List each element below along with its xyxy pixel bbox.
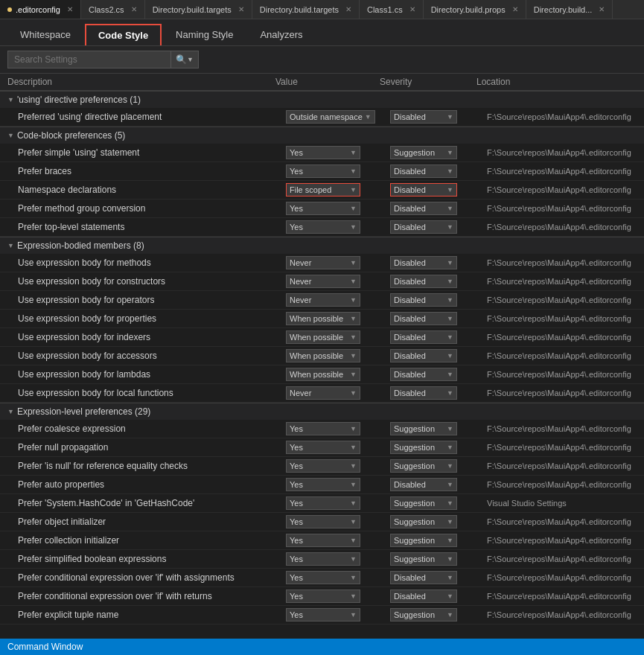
value-dropdown[interactable]: Yes ▼ [286, 422, 360, 435]
row-severity-cell[interactable]: Disabled ▼ [390, 293, 487, 307]
row-value-cell[interactable]: Yes ▼ [286, 534, 390, 547]
severity-dropdown[interactable]: Disabled ▼ [390, 220, 457, 234]
value-dropdown[interactable]: Yes ▼ [286, 496, 360, 510]
severity-dropdown[interactable]: Disabled ▼ [390, 202, 457, 215]
value-dropdown[interactable]: Yes ▼ [286, 478, 360, 491]
severity-dropdown[interactable]: Suggestion ▼ [390, 146, 457, 159]
value-dropdown[interactable]: Never ▼ [286, 386, 360, 400]
row-severity-cell[interactable]: Disabled ▼ [390, 256, 487, 269]
row-value-cell[interactable]: Never ▼ [286, 275, 390, 288]
row-value-cell[interactable]: When possible ▼ [286, 312, 390, 325]
value-dropdown[interactable]: Yes ▼ [286, 608, 360, 622]
severity-dropdown[interactable]: Disabled ▼ [390, 368, 457, 381]
value-dropdown[interactable]: When possible ▼ [286, 368, 360, 381]
row-value-cell[interactable]: Yes ▼ [286, 552, 390, 566]
close-icon[interactable]: ✕ [599, 5, 605, 13]
severity-dropdown[interactable]: Suggestion ▼ [390, 496, 457, 510]
row-severity-cell[interactable]: Suggestion ▼ [390, 459, 487, 473]
section-header-1[interactable]: ▼ Code-block preferences (5) [0, 127, 644, 144]
close-icon[interactable]: ✕ [67, 5, 73, 13]
severity-dropdown[interactable]: Suggestion ▼ [390, 441, 457, 454]
section-header-0[interactable]: ▼ 'using' directive preferences (1) [0, 91, 644, 108]
close-icon[interactable]: ✕ [131, 5, 137, 13]
row-value-cell[interactable]: Never ▼ [286, 256, 390, 269]
tab-db-ellipsis[interactable]: Directory.build... ✕ [526, 0, 613, 19]
value-dropdown[interactable]: Yes ▼ [286, 459, 360, 473]
row-value-cell[interactable]: Yes ▼ [286, 608, 390, 622]
tab-class1[interactable]: Class1.cs ✕ [360, 0, 424, 19]
tab-dbt2[interactable]: Directory.build.targets ✕ [252, 0, 360, 19]
row-severity-cell[interactable]: Disabled ▼ [390, 571, 487, 584]
row-severity-cell[interactable]: Disabled ▼ [390, 164, 487, 178]
row-severity-cell[interactable]: Suggestion ▼ [390, 552, 487, 566]
row-severity-cell[interactable]: Suggestion ▼ [390, 441, 487, 454]
tab-dbt1[interactable]: Directory.build.targets ✕ [145, 0, 252, 19]
value-dropdown[interactable]: Yes ▼ [286, 220, 360, 234]
row-value-cell[interactable]: Yes ▼ [286, 515, 390, 528]
value-dropdown[interactable]: Never ▼ [286, 256, 360, 269]
search-button[interactable]: 🔍 ▼ [171, 51, 199, 68]
row-severity-cell[interactable]: Disabled ▼ [390, 368, 487, 381]
row-severity-cell[interactable]: Disabled ▼ [390, 202, 487, 215]
severity-dropdown[interactable]: Suggestion ▼ [390, 552, 457, 566]
severity-dropdown[interactable]: Disabled ▼ [390, 312, 457, 325]
close-icon[interactable]: ✕ [345, 5, 351, 13]
row-value-cell[interactable]: Yes ▼ [286, 496, 390, 510]
row-severity-cell[interactable]: Disabled ▼ [390, 275, 487, 288]
value-dropdown[interactable]: Yes ▼ [286, 164, 360, 178]
row-value-cell[interactable]: Yes ▼ [286, 164, 390, 178]
value-dropdown[interactable]: Never ▼ [286, 275, 360, 288]
row-severity-cell[interactable]: Suggestion ▼ [390, 496, 487, 510]
row-value-cell[interactable]: Yes ▼ [286, 459, 390, 473]
row-value-cell[interactable]: Outside namespace ▼ [286, 110, 390, 124]
row-value-cell[interactable]: Never ▼ [286, 293, 390, 307]
value-dropdown[interactable]: Yes ▼ [286, 590, 360, 603]
severity-dropdown[interactable]: Suggestion ▼ [390, 608, 457, 622]
row-value-cell[interactable]: Yes ▼ [286, 220, 390, 234]
main-content[interactable]: ▼ 'using' directive preferences (1) Pref… [0, 91, 644, 625]
severity-dropdown[interactable]: Suggestion ▼ [390, 422, 457, 435]
row-value-cell[interactable]: When possible ▼ [286, 349, 390, 362]
row-severity-cell[interactable]: Disabled ▼ [390, 349, 487, 362]
tab-analyzers[interactable]: Analyzers [247, 24, 315, 45]
tab-code-style[interactable]: Code Style [85, 24, 162, 45]
row-value-cell[interactable]: File scoped ▼ [286, 183, 390, 196]
value-dropdown[interactable]: Never ▼ [286, 293, 360, 307]
close-icon[interactable]: ✕ [409, 5, 415, 13]
tab-class2[interactable]: Class2.cs ✕ [81, 0, 145, 19]
value-dropdown[interactable]: When possible ▼ [286, 330, 360, 344]
row-severity-cell[interactable]: Disabled ▼ [390, 110, 487, 124]
value-dropdown[interactable]: Yes ▼ [286, 515, 360, 528]
value-dropdown[interactable]: Yes ▼ [286, 202, 360, 215]
row-value-cell[interactable]: Yes ▼ [286, 590, 390, 603]
value-dropdown[interactable]: Yes ▼ [286, 441, 360, 454]
row-severity-cell[interactable]: Disabled ▼ [390, 590, 487, 603]
row-severity-cell[interactable]: Suggestion ▼ [390, 422, 487, 435]
value-dropdown[interactable]: Yes ▼ [286, 534, 360, 547]
row-severity-cell[interactable]: Suggestion ▼ [390, 515, 487, 528]
row-severity-cell[interactable]: Disabled ▼ [390, 183, 487, 196]
tab-whitespace[interactable]: Whitespace [7, 24, 83, 45]
severity-dropdown[interactable]: Disabled ▼ [390, 590, 457, 603]
search-input[interactable] [7, 51, 171, 68]
severity-dropdown[interactable]: Disabled ▼ [390, 183, 457, 196]
severity-dropdown[interactable]: Suggestion ▼ [390, 515, 457, 528]
value-dropdown[interactable]: When possible ▼ [286, 312, 360, 325]
row-severity-cell[interactable]: Disabled ▼ [390, 478, 487, 491]
severity-dropdown[interactable]: Disabled ▼ [390, 293, 457, 307]
value-dropdown[interactable]: Yes ▼ [286, 571, 360, 584]
close-icon[interactable]: ✕ [238, 5, 244, 13]
severity-dropdown[interactable]: Disabled ▼ [390, 386, 457, 400]
tab-editorconfig[interactable]: .editorconfig ✕ [0, 0, 81, 19]
value-dropdown[interactable]: Outside namespace ▼ [286, 110, 375, 124]
row-severity-cell[interactable]: Disabled ▼ [390, 330, 487, 344]
value-dropdown[interactable]: Yes ▼ [286, 146, 360, 159]
value-dropdown[interactable]: Yes ▼ [286, 552, 360, 566]
row-value-cell[interactable]: When possible ▼ [286, 330, 390, 344]
row-value-cell[interactable]: Yes ▼ [286, 422, 390, 435]
value-dropdown[interactable]: File scoped ▼ [286, 183, 360, 196]
severity-dropdown[interactable]: Disabled ▼ [390, 330, 457, 344]
severity-dropdown[interactable]: Disabled ▼ [390, 164, 457, 178]
row-severity-cell[interactable]: Disabled ▼ [390, 386, 487, 400]
severity-dropdown[interactable]: Disabled ▼ [390, 478, 457, 491]
